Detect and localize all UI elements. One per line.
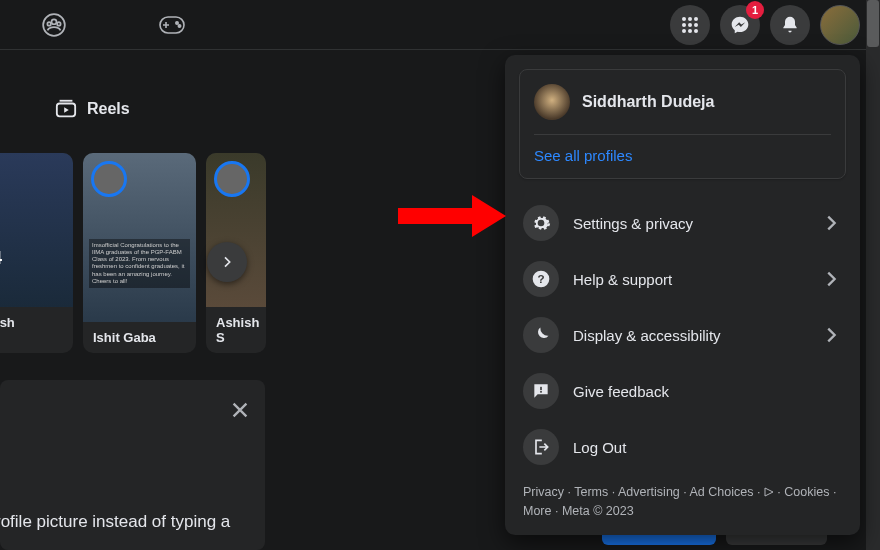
menu-item-log-out[interactable]: Log Out: [519, 419, 846, 475]
reel-thumbnail: [0, 153, 73, 307]
svg-point-7: [682, 17, 686, 21]
account-menu: Siddharth Dudeja See all profiles Settin…: [505, 55, 860, 535]
close-icon: [229, 399, 251, 421]
svg-point-5: [176, 21, 178, 23]
menu-item-label: Give feedback: [573, 383, 842, 400]
footer-link[interactable]: Privacy: [523, 485, 574, 499]
svg-point-6: [178, 24, 180, 26]
messenger-button[interactable]: 1: [720, 5, 760, 45]
svg-point-2: [47, 22, 50, 25]
annotation-arrow: [398, 195, 508, 237]
menu-footer-links: PrivacyTermsAdvertisingAd Choices Cookie…: [519, 475, 846, 521]
svg-point-9: [694, 17, 698, 21]
svg-point-11: [688, 23, 692, 27]
chevron-right-icon: [820, 324, 842, 346]
menu-item-label: Settings & privacy: [573, 215, 806, 232]
help-icon: ?: [523, 261, 559, 297]
moon-icon: [523, 317, 559, 353]
menu-item-help-support[interactable]: ? Help & support: [519, 251, 846, 307]
menu-item-label: Display & accessibility: [573, 327, 806, 344]
svg-point-10: [682, 23, 686, 27]
scrollbar-thumb[interactable]: [867, 0, 879, 47]
footer-copyright: Meta © 2023: [562, 504, 634, 518]
profile-avatar: [534, 84, 570, 120]
close-button[interactable]: [226, 396, 254, 424]
menu-grid-button[interactable]: [670, 5, 710, 45]
feedback-icon: [523, 373, 559, 409]
reels-label-text: Reels: [87, 100, 130, 118]
topbar-left: [40, 11, 186, 39]
svg-point-12: [694, 23, 698, 27]
profile-switcher-card: Siddharth Dudeja See all profiles: [519, 69, 846, 179]
svg-point-1: [52, 19, 57, 24]
profile-name: Siddharth Dudeja: [582, 93, 714, 111]
svg-rect-19: [540, 387, 542, 390]
chevron-right-icon: [820, 212, 842, 234]
reels-next-button[interactable]: [207, 242, 247, 282]
svg-text:?: ?: [537, 272, 544, 285]
svg-point-13: [682, 29, 686, 33]
reel-caption: Ashish S: [206, 307, 266, 353]
notifications-button[interactable]: [770, 5, 810, 45]
chevron-right-icon: [219, 254, 235, 270]
footer-link[interactable]: Ad Choices: [690, 485, 785, 499]
reel-overlay-text: Imsofficial Congratulations to the IIMA …: [89, 239, 190, 288]
reel-score-overlay: 0 - 4: [0, 248, 2, 270]
footer-link[interactable]: Advertising: [618, 485, 690, 499]
gear-icon: [523, 205, 559, 241]
reel-card[interactable]: 0 - 4 eyanshla: [0, 153, 73, 353]
footer-link[interactable]: More: [523, 504, 562, 518]
topbar-right: 1: [670, 5, 860, 45]
profile-row[interactable]: Siddharth Dudeja: [534, 84, 831, 135]
logout-icon: [523, 429, 559, 465]
see-all-profiles-link[interactable]: See all profiles: [534, 135, 831, 164]
account-avatar-button[interactable]: [820, 5, 860, 45]
menu-item-label: Help & support: [573, 271, 806, 288]
svg-rect-20: [540, 391, 542, 393]
reel-card[interactable]: Imsofficial Congratulations to the IIMA …: [83, 153, 196, 353]
reel-caption: eyanshla: [0, 307, 73, 353]
svg-point-15: [694, 29, 698, 33]
reels-heading: Reels: [55, 98, 130, 120]
messenger-badge: 1: [746, 1, 764, 19]
reel-author-avatar: [91, 161, 127, 197]
adchoices-icon: [764, 487, 774, 497]
reels-icon: [55, 98, 77, 120]
reel-caption: Ishit Gaba: [83, 322, 196, 353]
svg-point-8: [688, 17, 692, 21]
info-card-text: rofile picture instead of typing a: [0, 512, 230, 532]
footer-link[interactable]: Terms: [574, 485, 618, 499]
svg-point-3: [57, 22, 60, 25]
footer-link[interactable]: Cookies: [784, 485, 836, 499]
menu-item-give-feedback[interactable]: Give feedback: [519, 363, 846, 419]
svg-point-14: [688, 29, 692, 33]
top-navbar: 1: [0, 0, 880, 50]
menu-item-display-accessibility[interactable]: Display & accessibility: [519, 307, 846, 363]
chevron-right-icon: [820, 268, 842, 290]
scrollbar[interactable]: [866, 0, 880, 550]
menu-item-settings-privacy[interactable]: Settings & privacy: [519, 195, 846, 251]
menu-item-label: Log Out: [573, 439, 842, 456]
reel-author-avatar: [214, 161, 250, 197]
gaming-icon[interactable]: [158, 11, 186, 39]
groups-icon[interactable]: [40, 11, 68, 39]
